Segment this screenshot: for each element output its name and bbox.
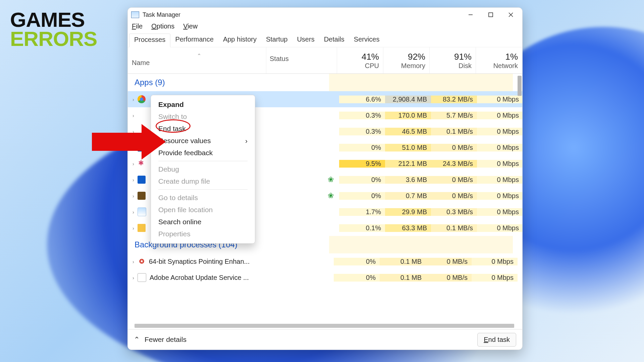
process-icon	[138, 207, 146, 216]
cell-memory: 63.3 MB	[385, 224, 431, 232]
cell-cpu: 0%	[334, 274, 380, 282]
cell-memory: 212.1 MB	[385, 160, 431, 168]
cell-disk: 0.3 MB/s	[431, 208, 477, 216]
cell-cpu: 6.6%	[339, 96, 385, 103]
context-menu-item: Open file location	[151, 204, 255, 216]
expand-icon[interactable]: ›	[132, 259, 134, 264]
chevron-up-icon: ⌃	[134, 336, 140, 344]
group-apps: Apps (9)	[128, 74, 522, 91]
context-menu-item[interactable]: End task	[151, 123, 255, 135]
cell-cpu: 0%	[339, 144, 385, 152]
header-cpu[interactable]: 41% CPU	[337, 47, 383, 73]
process-icon	[138, 224, 146, 232]
menu-file[interactable]: File	[132, 22, 143, 30]
maximize-button[interactable]	[481, 8, 501, 21]
expand-icon[interactable]: ›	[132, 225, 134, 231]
cell-memory: 29.9 MB	[385, 208, 431, 216]
tab-bar: Processes Performance App history Startu…	[128, 34, 522, 47]
context-menu-item: Debug	[151, 163, 255, 175]
cell-disk: 5.7 MB/s	[431, 112, 477, 119]
menu-view[interactable]: View	[183, 22, 198, 30]
expand-icon[interactable]: ›	[132, 275, 134, 281]
context-menu-item: Properties	[151, 228, 255, 240]
cell-cpu: 0.3%	[339, 112, 385, 119]
cell-memory: 2,908.4 MB	[385, 96, 431, 103]
context-menu-separator	[158, 189, 248, 190]
process-icon	[138, 95, 146, 103]
process-name: Adobe Acrobat Update Service ...	[150, 274, 249, 282]
cell-network: 0 Mbps	[472, 274, 518, 282]
expand-icon[interactable]: ›	[132, 209, 134, 215]
expand-icon[interactable]: ›	[132, 193, 134, 199]
tab-processes[interactable]: Processes	[129, 34, 170, 47]
tab-services[interactable]: Services	[349, 34, 384, 47]
tab-details[interactable]: Details	[319, 34, 349, 47]
task-manager-window: Task Manager File Options View Processes…	[127, 7, 523, 350]
tab-users[interactable]: Users	[292, 34, 319, 47]
end-task-button[interactable]: End task	[477, 333, 516, 347]
fewer-details-toggle[interactable]: ⌃ Fewer details	[134, 336, 186, 344]
cell-memory: 0.1 MB	[380, 274, 426, 282]
cell-cpu: 0%	[334, 258, 380, 265]
cell-cpu: 0.1%	[339, 224, 385, 232]
cell-disk: 0 MB/s	[426, 258, 472, 265]
process-list: Apps (9) › 6.6% 2,908.4 MB 83.2 MB/s 0 M…	[128, 74, 522, 329]
context-menu-item: Create dump file	[151, 175, 255, 187]
context-menu-item[interactable]: Resource values›	[151, 135, 255, 147]
leaf-icon: ❀	[328, 191, 334, 200]
expand-icon[interactable]: ›	[132, 177, 134, 183]
cell-memory: 51.0 MB	[385, 144, 431, 152]
process-name: 64-bit Synaptics Pointing Enhan...	[149, 258, 250, 265]
cell-memory: 170.0 MB	[385, 112, 431, 119]
cell-disk: 24.3 MB/s	[431, 160, 477, 168]
header-disk[interactable]: 91% Disk	[429, 47, 476, 73]
cell-cpu: 9.5%	[339, 160, 385, 168]
process-icon	[138, 192, 146, 200]
header-name[interactable]: ⌃ Name	[128, 47, 266, 73]
cell-memory: 3.6 MB	[385, 176, 431, 184]
cell-memory: 0.1 MB	[380, 258, 426, 265]
context-menu-item[interactable]: Provide feedback	[151, 147, 255, 159]
expand-icon[interactable]: ›	[132, 161, 134, 167]
tab-performance[interactable]: Performance	[170, 34, 218, 47]
cell-disk: 0 MB/s	[426, 274, 472, 282]
cell-cpu: 0%	[339, 176, 385, 184]
process-icon	[138, 176, 146, 184]
header-memory[interactable]: 92% Memory	[383, 47, 429, 73]
cell-disk: 83.2 MB/s	[431, 96, 477, 103]
footer: ⌃ Fewer details End task	[128, 329, 522, 350]
process-row[interactable]: › Adobe Acrobat Update Service ... 0% 0.…	[128, 269, 522, 286]
app-icon	[131, 11, 139, 18]
cell-memory: 0.7 MB	[385, 192, 431, 200]
menu-options[interactable]: Options	[151, 22, 174, 30]
minimize-button[interactable]	[461, 8, 481, 21]
context-menu: Expand Switch to End task Resource value…	[151, 95, 255, 244]
expand-icon[interactable]: ›	[132, 113, 134, 118]
cell-memory: 46.5 MB	[385, 128, 431, 135]
vertical-scrollbar[interactable]	[516, 74, 522, 329]
header-network[interactable]: 1% Network	[476, 47, 522, 73]
close-button[interactable]	[501, 8, 521, 21]
cell-disk: 0.1 MB/s	[431, 224, 477, 232]
svg-rect-1	[489, 13, 493, 17]
context-menu-item: Switch to	[151, 111, 255, 123]
cell-cpu: 1.7%	[339, 208, 385, 216]
tab-startup[interactable]: Startup	[261, 34, 292, 47]
header-status[interactable]: Status	[266, 47, 337, 73]
process-row[interactable]: › ✪ 64-bit Synaptics Pointing Enhan... 0…	[128, 253, 522, 269]
horizontal-scrollbar[interactable]	[135, 324, 514, 328]
context-menu-item: Go to details	[151, 192, 255, 204]
context-menu-item[interactable]: Expand	[151, 99, 255, 111]
sort-indicator-icon: ⌃	[132, 53, 266, 59]
site-logo: GAMES ERRORS	[10, 10, 97, 48]
process-icon	[138, 160, 146, 168]
expand-icon[interactable]: ›	[132, 97, 134, 102]
cell-cpu: 0%	[339, 192, 385, 200]
tab-app-history[interactable]: App history	[218, 34, 261, 47]
context-menu-item[interactable]: Search online	[151, 216, 255, 228]
column-headers: ⌃ Name Status 41% CPU 92% Memory 91% Dis…	[128, 47, 522, 74]
menubar: File Options View	[128, 22, 522, 34]
cell-cpu: 0.3%	[339, 128, 385, 135]
cell-network: 0 Mbps	[472, 258, 518, 265]
cell-disk: 0 MB/s	[431, 176, 477, 184]
